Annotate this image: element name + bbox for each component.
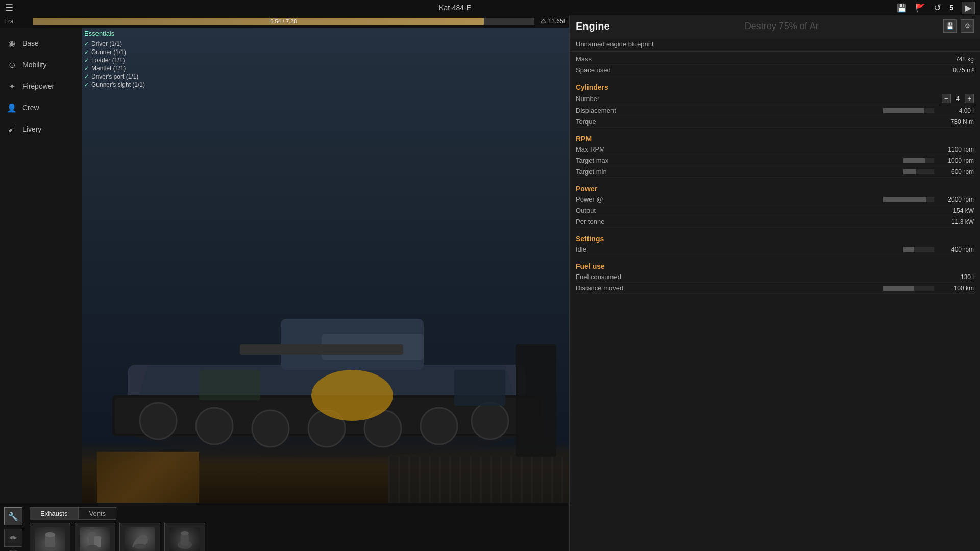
space-used-bar-area: 0.75 m³ [637,67,974,74]
number-increase-btn[interactable]: + [965,94,974,103]
exhaust-part-3 [125,527,155,552]
badge-number: 5 [949,4,953,12]
svg-point-28 [181,531,189,535]
per-tonne-label: Per tonne [576,218,637,226]
svg-point-21 [45,532,55,537]
exhaust-part-1 [35,527,65,552]
save-icon[interactable]: 💾 [897,3,907,13]
torque-bar-area: 730 N·m [637,118,974,126]
svg-point-24 [87,545,98,550]
idle-bar-area: 400 rpm [637,246,974,253]
distance-moved-bar [883,286,934,291]
idle-bar [903,247,934,252]
tab-header: Exhausts Vents [30,507,565,520]
sidebar-item-livery[interactable]: 🖌 Livery [0,118,82,140]
exhaust-part-4 [169,527,200,552]
essentials-loader-label: Loader (1/1) [91,57,125,64]
part-card-4[interactable] [164,523,205,551]
svg-point-6 [196,408,233,444]
cylinders-title: Cylinders [576,80,974,92]
era-progress-bar: 6.54 / 7.28 [33,18,534,25]
essentials-item-gunner: ✓ Gunner (1/1) [84,48,145,56]
power-at-bar-area: 2000 rpm [637,196,974,203]
tab-content [30,523,565,551]
part-card-2[interactable] [75,523,115,551]
target-min-label: Target min [576,168,637,176]
essentials-item-mantlet: ✓ Mantlet (1/1) [84,65,145,72]
rpm-title: RPM [576,132,974,144]
essentials-gunnerssight-label: Gunner's sight (1/1) [91,81,145,88]
output-label: Output [576,207,637,214]
svg-point-11 [472,403,508,439]
exhaust-part-2 [80,527,110,552]
sidebar-item-crew[interactable]: 👤 Crew [0,97,82,118]
fuel-consumed-row: Fuel consumed 130 l [576,271,974,283]
sidebar-item-base-label: Base [22,39,39,47]
right-panel: Engine Destroy 75% of Ar 💾 ⚙ Unnamed eng… [569,15,980,551]
number-decrease-btn[interactable]: − [942,94,951,103]
panel-header-icons: 💾 ⚙ [943,19,974,33]
panel-save-btn[interactable]: 💾 [943,19,957,33]
distance-moved-row: Distance moved 100 km [576,283,974,294]
displacement-bar [883,108,934,113]
check-icon: ✓ [84,41,89,47]
sidebar-item-firepower-label: Firepower [22,82,54,90]
essentials-item-loader: ✓ Loader (1/1) [84,57,145,64]
number-row: Number − 4 + [576,92,974,105]
era-weight: ⚖ 13.65t [536,18,569,25]
era-progress-fill [33,18,484,25]
sidebar-item-livery-label: Livery [22,125,41,133]
idle-row: Idle 400 rpm [576,244,974,255]
bottom-toolbar: 🔧 ✏ ⬤ Exhausts Vents [0,503,569,551]
per-tonne-bar-area: 11.3 kW [637,218,974,226]
overlay-hint-text: Destroy 75% of Ar [745,21,819,32]
crew-icon: 👤 [6,102,17,113]
part-card-3[interactable] [119,523,160,551]
fuel-consumed-value: 130 l [938,273,974,281]
base-icon: ◉ [6,38,17,49]
mass-label: Mass [576,55,637,63]
target-min-value: 600 rpm [938,168,974,176]
refresh-icon[interactable]: ↺ [934,2,941,13]
sidebar-item-mobility[interactable]: ⊙ Mobility [0,54,82,76]
vents-tab[interactable]: Vents [78,507,116,520]
vehicle-name: Kat-484-E [439,4,471,12]
torque-row: Torque 730 N·m [576,116,974,128]
part-card-1[interactable] [30,523,70,551]
svg-point-7 [252,410,289,447]
panel-header: Engine Destroy 75% of Ar 💾 ⚙ [570,15,980,37]
check-icon: ✓ [84,65,89,72]
sidebar-item-firepower[interactable]: ✦ Firepower [0,76,82,97]
topbar-left: ☰ [5,2,13,13]
output-row: Output 154 kW [576,205,974,216]
target-max-bar [903,158,934,163]
panel-settings-btn[interactable]: ⚙ [961,19,974,33]
fuel-use-section: Fuel use Fuel consumed 130 l Distance mo… [570,257,980,296]
per-tonne-value: 11.3 kW [938,218,974,226]
viewport-bg [82,28,569,503]
svg-rect-17 [454,370,505,406]
mass-row: Mass 748 kg [576,54,974,65]
blueprint-name: Unnamed engine blueprint [570,37,980,52]
sidebar-item-base[interactable]: ◉ Base [0,33,82,54]
check-icon: ✓ [84,49,89,56]
essentials-title: Essentials [84,30,145,37]
play-icon[interactable]: ▶ [962,2,975,14]
wrench-tool-btn[interactable]: 🔧 [4,507,22,525]
sidebar-item-mobility-label: Mobility [22,61,46,69]
exhausts-tab[interactable]: Exhausts [30,507,78,520]
svg-rect-18 [516,344,556,457]
flag-icon[interactable]: 🚩 [915,3,925,13]
target-max-label: Target max [576,157,637,164]
era-bar: Era 6.54 / 7.28 ⚖ 13.65t [0,15,569,28]
number-label: Number [576,95,637,103]
per-tonne-row: Per tonne 11.3 kW [576,216,974,228]
torque-label: Torque [576,118,637,126]
menu-icon[interactable]: ☰ [5,2,13,13]
essentials-item-gunnerssight: ✓ Gunner's sight (1/1) [84,81,145,88]
power-section: Power Power @ 2000 rpm Output 154 kW Per… [570,180,980,230]
firepower-icon: ✦ [6,81,17,92]
space-used-value: 0.75 m³ [938,67,974,74]
idle-label: Idle [576,245,637,253]
pencil-tool-btn[interactable]: ✏ [4,529,22,547]
